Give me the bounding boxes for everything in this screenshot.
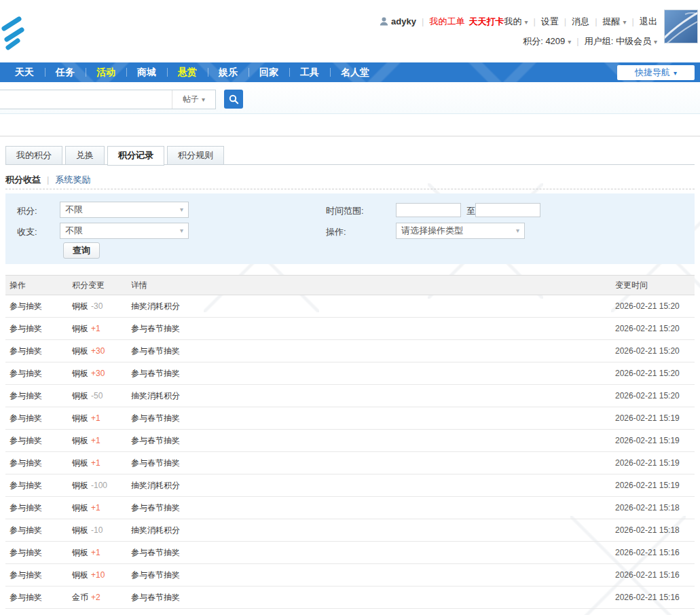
credit-name: 铜板 [72, 548, 88, 557]
cell-operation: 参与抽奖 [10, 592, 72, 603]
cell-credit-change: 铜板-30 [72, 301, 131, 312]
site-logo [0, 14, 24, 56]
table-row: 参与抽奖铜板-30抽奖消耗积分2026-02-21 15:20 [5, 295, 695, 318]
cell-change-time: 2026-02-21 15:20 [615, 369, 695, 378]
table-row: 参与抽奖铜板+1参与春节抽奖2026-02-21 15:16 [5, 542, 695, 564]
header-menu-item-3[interactable]: 提醒 [589, 15, 626, 29]
username[interactable]: adyky [391, 16, 416, 26]
my-ticket-link[interactable]: 我的工单 [429, 16, 464, 26]
credit-name: 铜板 [72, 346, 88, 356]
nav-item-1[interactable]: 任务 [45, 62, 86, 82]
header-menu-item-0[interactable]: 我的 [504, 15, 528, 29]
credit-delta: +30 [91, 369, 105, 378]
quick-nav-button[interactable]: 快捷导航 [617, 65, 695, 80]
table-row: 参与抽奖金币+2参与春节抽奖2026-02-21 15:16 [5, 586, 695, 609]
nav-item-8[interactable]: 名人堂 [330, 62, 380, 82]
table-row: 参与抽奖铜板+1参与春节抽奖2026-02-21 15:19 [5, 452, 695, 474]
credit-filter-value: 不限 [65, 204, 83, 215]
credit-name: 铜板 [72, 525, 88, 535]
search-input[interactable] [0, 90, 172, 109]
cell-credit-change: 铜板+1 [72, 435, 131, 447]
user-info-block: adyky 我的工单天天打卡我的设置消息提醒退出 积分: 4209用户组: 中级… [380, 15, 657, 54]
income-filter-select[interactable]: 不限 ▾ [60, 223, 189, 239]
cell-detail: 参与春节抽奖 [131, 323, 615, 335]
nav-item-3[interactable]: 商城 [126, 62, 167, 82]
credit-delta: +1 [91, 548, 100, 557]
subnav-current: 积分收益 [5, 174, 41, 185]
table-row: 参与抽奖铜板+1参与春节抽奖2026-02-21 15:18 [5, 497, 695, 519]
cell-detail: 参与春节抽奖 [131, 502, 615, 514]
credit-filter-select[interactable]: 不限 ▾ [60, 202, 189, 218]
cell-change-time: 2026-02-21 15:16 [615, 570, 695, 580]
user-menu-line: adyky 我的工单天天打卡我的设置消息提醒退出 [380, 15, 657, 29]
nav-item-6[interactable]: 回家 [248, 62, 289, 82]
credit-name: 铜板 [72, 369, 88, 378]
time-to-input[interactable] [475, 203, 540, 217]
cell-change-time: 2026-02-21 15:20 [615, 346, 695, 356]
avatar[interactable] [664, 10, 698, 43]
cell-detail: 抽奖消耗积分 [131, 390, 615, 402]
cell-operation: 参与抽奖 [10, 435, 72, 447]
operation-filter-select[interactable]: 请选择操作类型 ▾ [396, 223, 525, 239]
nav-item-5[interactable]: 娱乐 [208, 62, 248, 82]
daily-checkin-link[interactable]: 天天打卡 [468, 16, 504, 26]
operation-filter-value: 请选择操作类型 [401, 225, 463, 236]
username-wrap[interactable]: adyky [380, 15, 416, 30]
user-stats-line: 积分: 4209用户组: 中级会员 [380, 35, 657, 48]
cell-change-time: 2026-02-21 15:18 [615, 503, 695, 512]
cell-credit-change: 铜板+1 [72, 413, 131, 424]
credit-name: 铜板 [72, 570, 88, 580]
sub-nav: 积分收益|系统奖励 [5, 173, 695, 187]
credit-name: 铜板 [72, 458, 88, 468]
table-row: 参与抽奖铜板+30参与春节抽奖2026-02-21 15:20 [5, 340, 695, 362]
header-menu-item-2[interactable]: 消息 [559, 15, 589, 29]
cell-operation: 参与抽奖 [10, 323, 72, 335]
time-range-label: 时间范围: [326, 203, 364, 219]
col-detail: 详情 [131, 280, 615, 291]
search-button[interactable] [224, 90, 243, 109]
cell-change-time: 2026-02-21 15:19 [615, 436, 695, 445]
nav-item-0[interactable]: 天天 [4, 62, 45, 82]
cell-change-time: 2026-02-21 15:19 [615, 458, 695, 468]
usergroup-dropdown[interactable]: 用户组: 中级会员 [571, 35, 657, 49]
header-menu-item-4[interactable]: 退出 [627, 15, 657, 29]
cell-credit-change: 铜板-10 [72, 525, 131, 536]
subnav-link-system-reward[interactable]: 系统奖励 [55, 174, 90, 185]
credit-delta: +1 [91, 458, 100, 468]
query-button[interactable]: 查询 [63, 242, 100, 259]
points-table-header: 操作 积分变更 详情 变更时间 [5, 275, 695, 295]
cell-operation: 参与抽奖 [10, 301, 72, 312]
cell-operation: 参与抽奖 [10, 480, 72, 491]
cell-detail: 参与春节抽奖 [131, 547, 615, 559]
search-strip: 帖子 [0, 82, 700, 114]
cell-credit-change: 铜板+1 [72, 502, 131, 514]
table-row: 参与抽奖铜板+1参与春节抽奖2026-02-21 15:19 [5, 430, 695, 452]
col-change-time: 变更时间 [615, 280, 695, 291]
credits-dropdown[interactable]: 积分: 4209 [523, 35, 571, 49]
cell-detail: 参与春节抽奖 [131, 368, 615, 379]
tab-2[interactable]: 积分记录 [107, 146, 164, 166]
table-row: 参与抽奖铜板+10参与春节抽奖2026-02-21 15:16 [5, 564, 695, 586]
nav-item-2[interactable]: 活动 [86, 62, 126, 82]
points-table-body: 参与抽奖铜板-30抽奖消耗积分2026-02-21 15:20参与抽奖铜板+1参… [5, 295, 695, 609]
tab-0[interactable]: 我的积分 [5, 146, 62, 165]
search-type-dropdown[interactable]: 帖子 [172, 90, 215, 109]
nav-item-7[interactable]: 工具 [289, 62, 330, 82]
tab-3[interactable]: 积分规则 [167, 146, 224, 165]
nav-item-4[interactable]: 悬赏 [167, 62, 208, 82]
header-menu-item-1[interactable]: 设置 [528, 15, 558, 29]
points-record-page: adyky 我的工单天天打卡我的设置消息提醒退出 积分: 4209用户组: 中级… [0, 0, 700, 615]
table-row: 参与抽奖铜板+30参与春节抽奖2026-02-21 15:20 [5, 362, 695, 385]
logo-icon [0, 14, 24, 53]
time-from-input[interactable] [396, 203, 461, 217]
cell-operation: 参与抽奖 [10, 390, 72, 402]
credit-filter-label: 积分: [17, 203, 37, 219]
table-row: 参与抽奖铜板-100抽奖消耗积分2026-02-21 15:19 [5, 474, 695, 497]
cell-operation: 参与抽奖 [10, 413, 72, 424]
user-icon [380, 16, 388, 30]
cell-detail: 参与春节抽奖 [131, 435, 615, 447]
chevron-down-icon: ▾ [180, 223, 183, 238]
search-box: 帖子 [0, 90, 216, 109]
tab-1[interactable]: 兑换 [65, 146, 105, 165]
cell-change-time: 2026-02-21 15:16 [615, 548, 695, 557]
